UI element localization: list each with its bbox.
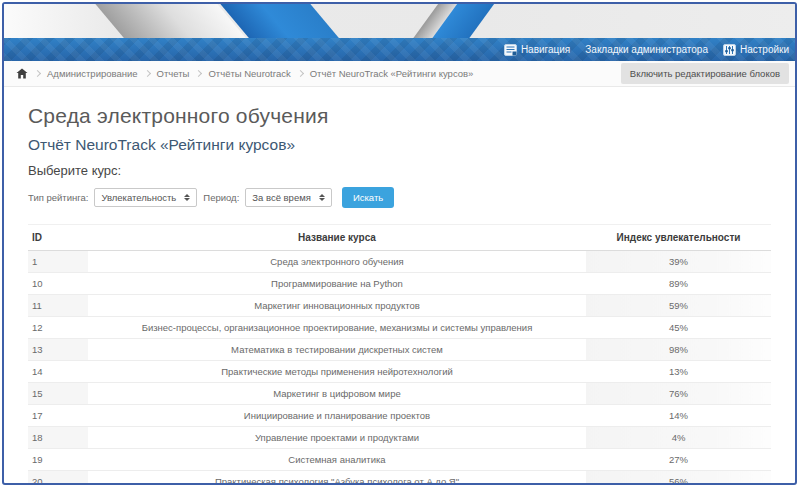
breadcrumb-separator	[144, 70, 151, 77]
engagement-index-cell: 76%	[586, 383, 771, 405]
engagement-index-cell: 59%	[586, 295, 771, 317]
course-id-cell: 12	[28, 317, 88, 339]
table-row: 1 Среда электронного обучения 39%	[28, 251, 771, 273]
course-id-cell: 14	[28, 361, 88, 383]
table-row: 10 Программирование на Python 89%	[28, 273, 771, 295]
column-header-course-name: Название курса	[88, 225, 586, 251]
navbar-item-label: Настройки	[740, 44, 789, 55]
engagement-index-cell: 39%	[586, 251, 771, 273]
filter-bar: Тип рейтинга: Увлекательность Период: За…	[28, 187, 771, 208]
course-table-body: 1 Среда электронного обучения 39% 10 Про…	[28, 251, 771, 486]
course-id-cell: 11	[28, 295, 88, 317]
engagement-index-cell: 56%	[586, 471, 771, 486]
breadcrumb-separator	[34, 70, 41, 77]
search-button[interactable]: Искать	[342, 187, 394, 208]
navbar-item-label: Закладки администратора	[585, 44, 708, 55]
course-name-cell[interactable]: Маркетинг инновационных продуктов	[88, 295, 586, 317]
breadcrumb-separator	[297, 70, 304, 77]
settings-icon	[723, 44, 736, 56]
course-name-cell[interactable]: Практическая психология "Азбука психолог…	[88, 471, 586, 486]
navigation-icon	[504, 44, 517, 56]
breadcrumb-item-neurotrack-reports[interactable]: Отчёты Neurotrack	[208, 68, 290, 79]
column-header-id: ID	[28, 225, 88, 251]
course-name-cell[interactable]: Практические методы применения нейротехн…	[88, 361, 586, 383]
table-row: 17 Инициирование и планирование проектов…	[28, 405, 771, 427]
app-window: Навигация Закладки администратора Настро…	[2, 2, 797, 485]
breadcrumb-item-current-report[interactable]: Отчёт NeuroTrack «Рейтинги курсов»	[310, 68, 474, 79]
navbar-item-admin-bookmarks[interactable]: Закладки администратора	[585, 44, 708, 55]
breadcrumb-item-reports[interactable]: Отчеты	[157, 68, 190, 79]
course-name-cell[interactable]: Бизнес-процессы, организационное проекти…	[88, 317, 586, 339]
banner-graphic	[4, 4, 795, 38]
course-id-cell: 1	[28, 251, 88, 273]
period-select[interactable]: За всё время	[245, 188, 332, 207]
course-name-cell[interactable]: Управление проектами и продуктами	[88, 427, 586, 449]
course-name-cell[interactable]: Инициирование и планирование проектов	[88, 405, 586, 427]
course-name-cell[interactable]: Математика в тестировании дискретных сис…	[88, 339, 586, 361]
table-row: 12 Бизнес-процессы, организационное прое…	[28, 317, 771, 339]
site-title: Среда электронного обучения	[28, 104, 771, 128]
table-row: 20 Практическая психология "Азбука психо…	[28, 471, 771, 486]
rating-type-select[interactable]: Увлекательность	[94, 188, 197, 207]
table-row: 11 Маркетинг инновационных продуктов 59%	[28, 295, 771, 317]
course-rating-table: ID Название курса Индекс увлекательности…	[28, 224, 771, 485]
home-icon[interactable]	[16, 68, 28, 79]
course-id-cell: 19	[28, 449, 88, 471]
course-id-cell: 10	[28, 273, 88, 295]
main-content: Среда электронного обучения Отчёт NeuroT…	[4, 87, 795, 485]
enable-block-editing-button[interactable]: Включить редактирование блоков	[621, 63, 789, 84]
breadcrumb-item-administration[interactable]: Администрирование	[47, 68, 138, 79]
choose-course-prompt: Выберите курс:	[28, 163, 771, 178]
course-id-cell: 15	[28, 383, 88, 405]
navbar-item-navigation[interactable]: Навигация	[504, 44, 570, 56]
report-title: Отчёт NeuroTrack «Рейтинги курсов»	[28, 136, 771, 154]
course-id-cell: 20	[28, 471, 88, 486]
table-row: 18 Управление проектами и продуктами 4%	[28, 427, 771, 449]
engagement-index-cell: 45%	[586, 317, 771, 339]
rating-type-label: Тип рейтинга:	[28, 192, 88, 203]
course-id-cell: 13	[28, 339, 88, 361]
course-name-cell[interactable]: Среда электронного обучения	[88, 251, 586, 273]
table-row: 14 Практические методы применения нейрот…	[28, 361, 771, 383]
select-caret-icon	[184, 194, 190, 201]
engagement-index-cell: 27%	[586, 449, 771, 471]
column-header-engagement-index: Индекс увлекательности	[586, 225, 771, 251]
table-row: 15 Маркетинг в цифровом мире 76%	[28, 383, 771, 405]
engagement-index-cell: 14%	[586, 405, 771, 427]
period-label: Период:	[203, 192, 239, 203]
table-row: 13 Математика в тестировании дискретных …	[28, 339, 771, 361]
course-name-cell[interactable]: Программирование на Python	[88, 273, 586, 295]
select-caret-icon	[319, 194, 325, 201]
course-id-cell: 18	[28, 427, 88, 449]
engagement-index-cell: 4%	[586, 427, 771, 449]
navbar-item-settings[interactable]: Настройки	[723, 44, 789, 56]
breadcrumb: Администрирование Отчеты Отчёты Neurotra…	[4, 61, 795, 87]
breadcrumb-separator	[195, 70, 202, 77]
engagement-index-cell: 98%	[586, 339, 771, 361]
navbar-item-label: Навигация	[521, 44, 570, 55]
table-header-row: ID Название курса Индекс увлекательности	[28, 225, 771, 251]
rating-type-selected-value: Увлекательность	[101, 192, 176, 203]
top-navbar: Навигация Закладки администратора Настро…	[4, 38, 795, 61]
course-name-cell[interactable]: Маркетинг в цифровом мире	[88, 383, 586, 405]
table-row: 19 Системная аналитика 27%	[28, 449, 771, 471]
engagement-index-cell: 89%	[586, 273, 771, 295]
engagement-index-cell: 13%	[586, 361, 771, 383]
course-id-cell: 17	[28, 405, 88, 427]
period-selected-value: За всё время	[252, 192, 311, 203]
course-name-cell[interactable]: Системная аналитика	[88, 449, 586, 471]
